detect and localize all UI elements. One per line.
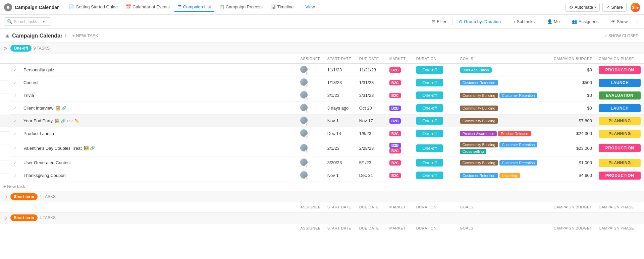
task-check-icon[interactable]: ✓	[13, 106, 17, 111]
start-date-cell: 2/1/23	[324, 140, 356, 156]
task-label[interactable]: Year End Party	[23, 118, 53, 123]
assignee-cell: ⚙	[297, 127, 324, 140]
task-check-icon[interactable]: ✓	[13, 93, 17, 98]
second-group-collapse-icon[interactable]: ⊙	[3, 215, 7, 220]
tab-calendar-events[interactable]: 📅 Calendar of Events	[122, 2, 173, 12]
task-name: Contest	[23, 80, 293, 85]
market-cell: B2C	[386, 156, 413, 169]
task-label[interactable]: Thanksgiving Coupon	[23, 173, 66, 178]
task-check-icon[interactable]: ✓	[13, 68, 17, 72]
new-task-button[interactable]: + NEW TASK	[69, 32, 101, 39]
tab-getting-started[interactable]: 📄 Getting Started Guide	[65, 2, 121, 12]
task-check-icon[interactable]: ✓	[13, 131, 17, 136]
task-check-icon[interactable]: ✓	[13, 119, 17, 123]
goals-col-cell: Product AwarenessProduct Release	[457, 127, 550, 140]
due-date-cell: Oct 20	[356, 102, 386, 115]
phase-badge: PRODUCTION	[599, 172, 641, 180]
assignee-cell: ⚙	[297, 169, 324, 182]
tab-timeline[interactable]: 📊 Timeline	[267, 2, 297, 12]
tab-campaign-process[interactable]: 📋 Campaign Process	[216, 2, 266, 12]
task-attachment-icon: 🖼️	[55, 106, 60, 111]
phase-cell: LAUNCH	[595, 102, 644, 115]
task-check-icon[interactable]: ✓	[13, 173, 17, 178]
automate-button[interactable]: ⚙ Automate ▾	[566, 3, 600, 12]
filter-button[interactable]: ⊟ Filter	[430, 18, 448, 25]
task-label[interactable]: Client Interview	[23, 106, 53, 111]
group-collapse-icon[interactable]: ⊙	[3, 46, 7, 51]
subtasks-button[interactable]: ↕ Subtasks	[511, 18, 537, 25]
task-name-cell: Contest	[20, 76, 297, 89]
calendar-icon: 📅	[126, 4, 131, 9]
assignees-button[interactable]: 👥 Assignees	[570, 18, 601, 25]
budget-value: $500	[582, 80, 592, 85]
col-header-assignee: ASSIGNEE	[297, 202, 324, 212]
task-label[interactable]: Product Launch	[23, 131, 54, 136]
col-header-goals: GOALS	[457, 54, 550, 64]
share-button[interactable]: ↗ Share	[602, 3, 627, 12]
col-header-check	[10, 202, 20, 212]
budget-value: $7,800	[579, 118, 592, 123]
task-label[interactable]: Personality quiz	[23, 67, 54, 72]
col2-header-assignee: ASSIGNEE	[297, 223, 324, 233]
info-icon[interactable]: ℹ	[65, 34, 67, 38]
task-check-icon[interactable]: ✓	[13, 80, 17, 85]
task-name-cell: Year End Party 🖼️🔗↩○✏️	[20, 115, 297, 127]
group-header-cell: ⊙ Short term 4 TASKS	[0, 191, 644, 202]
toolbar-divider-3	[541, 18, 541, 25]
task-label[interactable]: Contest	[23, 80, 39, 85]
group-collapse-icon[interactable]: ⊙	[3, 194, 7, 199]
phase-badge: PRODUCTION	[599, 144, 641, 152]
top-nav: Campaign Calendar 📄 Getting Started Guid…	[0, 0, 644, 15]
tab-campaign-list[interactable]: ☰ Campaign List	[174, 2, 214, 12]
start-date-value: Nov 1	[327, 118, 339, 123]
task-check-icon[interactable]: ✓	[13, 160, 17, 165]
start-date-value: Dec 14	[327, 131, 341, 136]
toolbar-divider-4	[605, 18, 605, 25]
phase-badge: PLANNING	[599, 117, 641, 125]
task-label[interactable]: Valentine's Day Couples Treat	[23, 146, 82, 151]
show-closed-button[interactable]: ✓ SHOW CLOSED	[604, 34, 639, 38]
task-check-icon[interactable]: ✓	[13, 146, 17, 151]
show-icon: 👁	[611, 19, 615, 24]
market-cell: B2C	[386, 169, 413, 182]
market-cell: B2B	[386, 115, 413, 127]
budget-cell: $0	[550, 64, 595, 76]
budget-cell: $23,000	[550, 140, 595, 156]
task-label[interactable]: User Generated Contest	[23, 160, 71, 165]
col2-header-market: MARKET	[386, 223, 413, 233]
task-name: Personality quiz	[23, 67, 293, 72]
phase-badge: PRODUCTION	[599, 66, 641, 74]
goal-badge: Community Building	[460, 106, 498, 111]
automate-icon: ⚙	[569, 5, 573, 10]
goal-badge: Community Building	[460, 142, 498, 147]
start-date-value: 3 days ago	[327, 106, 349, 111]
table-row: ✓ Valentine's Day Couples Treat 🖼️🔗 ⚙ 2/…	[0, 140, 644, 156]
new-task-link[interactable]: + New task	[3, 184, 25, 189]
market-badge: B2C	[389, 131, 401, 136]
task-attachment-icon: 🖼️	[55, 119, 60, 123]
me-button[interactable]: 👤 Me	[545, 18, 562, 25]
goals-cell: User Acquisition	[460, 67, 547, 73]
campaign-table: ⊙ One-off 9 TASKS ASSIGNEE START DATE DU…	[0, 43, 644, 233]
group-count: 9 TASKS	[34, 46, 50, 51]
col-header-budget: CAMPAIGN BUDGET	[550, 54, 595, 64]
add-view-btn[interactable]: + View	[298, 2, 318, 12]
row-check-cell: ✓	[10, 156, 20, 169]
col-header-market: MARKET	[386, 202, 413, 212]
task-label[interactable]: Trivia	[23, 93, 34, 98]
group-by-button[interactable]: ⊙ Group by: Duration	[457, 18, 503, 25]
more-options-button[interactable]: ···	[632, 18, 640, 25]
due-date-value: Dec 31	[359, 173, 373, 178]
collapse-button[interactable]: ◉	[5, 33, 9, 39]
budget-cell: $4,600	[550, 169, 595, 182]
col2-header-phase: CAMPAIGN PHASE	[595, 223, 644, 233]
show-button[interactable]: 👁 Show	[609, 18, 630, 25]
row-select-cell	[0, 140, 10, 144]
me-icon: 👤	[547, 19, 552, 24]
search-tasks-input[interactable]: 🔍 Search tasks... ▾	[4, 17, 51, 26]
task-name: Year End Party 🖼️🔗↩○✏️	[23, 118, 293, 123]
budget-value: $1,000	[579, 160, 592, 165]
page-header: ◉ Campaign Calendar ℹ + NEW TASK ✓ SHOW …	[0, 29, 644, 43]
user-avatar[interactable]: She	[631, 3, 640, 12]
task-name-cell: Trivia	[20, 89, 297, 102]
